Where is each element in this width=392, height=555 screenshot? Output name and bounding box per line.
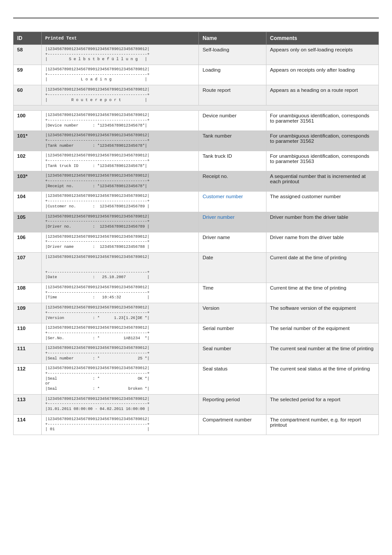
row-printed-text: |123456789012345678901234567890123456789… <box>42 212 199 232</box>
table-row: 113|123456789012345678901234567890123456… <box>14 394 379 414</box>
row-comments: The selected period for a report <box>266 394 378 414</box>
table-row: 106|123456789012345678901234567890123456… <box>14 232 379 252</box>
row-name: Serial number <box>199 323 266 344</box>
row-name: Time <box>199 283 266 303</box>
row-name: Device number <box>199 111 266 131</box>
row-comments: Driver name from the driver table <box>266 232 378 252</box>
row-comments: The current seal status at the time of p… <box>266 364 378 394</box>
row-printed-text: |123456789012345678901234567890123456789… <box>42 111 199 131</box>
row-comments: For unambiguous identification, correspo… <box>266 151 378 171</box>
table-row: 59|1234567890123456789012345678901234567… <box>14 65 379 85</box>
row-id: 104 <box>14 192 42 212</box>
table-row: 111|123456789012345678901234567890123456… <box>14 344 379 364</box>
row-name: Reporting period <box>199 394 266 414</box>
row-name: Date <box>199 252 266 283</box>
row-name: Loading <box>199 65 266 85</box>
spacer-row <box>14 105 379 111</box>
row-printed-text: |123456789012345678901234567890123456789… <box>42 323 199 344</box>
row-id: 107 <box>14 252 42 283</box>
row-id: 100 <box>14 111 42 131</box>
row-printed-text: |123456789012345678901234567890123456789… <box>42 85 199 105</box>
header-comments: Comments <box>266 32 378 45</box>
row-name: Self-loading <box>199 45 266 65</box>
table-row: 101*|12345678901234567890123456789012345… <box>14 131 379 151</box>
row-printed-text: |123456789012345678901234567890123456789… <box>42 344 199 364</box>
row-name: Seal number <box>199 344 266 364</box>
row-comments: The current seal number at the time of p… <box>266 344 378 364</box>
row-printed-text: |123456789012345678901234567890123456789… <box>42 364 199 394</box>
row-printed-text: |123456789012345678901234567890123456789… <box>42 192 199 212</box>
row-name: Route report <box>199 85 266 105</box>
row-id: 109 <box>14 303 42 323</box>
table-row: 100|123456789012345678901234567890123456… <box>14 111 379 131</box>
row-comments: Current date at the time of printing <box>266 252 378 283</box>
main-table: ID Printed Text Name Comments 58|1234567… <box>13 32 379 435</box>
row-comments: For unambiguous identification, correspo… <box>266 131 378 151</box>
row-comments: Appears as a heading on a route report <box>266 85 378 105</box>
row-comments: The serial number of the equipment <box>266 323 378 344</box>
row-comments: Driver number from the driver table <box>266 212 378 232</box>
row-id: 111 <box>14 344 42 364</box>
row-printed-text: |123456789012345678901234567890123456789… <box>42 252 199 283</box>
row-comments: Appears on receipts only after loading <box>266 65 378 85</box>
row-comments: For unambiguous identification, correspo… <box>266 111 378 131</box>
table-row: 112|123456789012345678901234567890123456… <box>14 364 379 394</box>
row-comments: A sequential number that is incremented … <box>266 171 378 192</box>
row-id: 58 <box>14 45 42 65</box>
row-id: 108 <box>14 283 42 303</box>
table-row: 109|123456789012345678901234567890123456… <box>14 303 379 323</box>
header-name: Name <box>199 32 266 45</box>
table-row: 102|123456789012345678901234567890123456… <box>14 151 379 171</box>
row-printed-text: |123456789012345678901234567890123456789… <box>42 65 199 85</box>
row-id: 60 <box>14 85 42 105</box>
header-id: ID <box>14 32 42 45</box>
row-name: Driver name <box>199 232 266 252</box>
row-id: 114 <box>14 414 42 435</box>
row-printed-text: |123456789012345678901234567890123456789… <box>42 131 199 151</box>
row-printed-text: |123456789012345678901234567890123456789… <box>42 171 199 192</box>
row-name: Seal status <box>199 364 266 394</box>
row-id: 113 <box>14 394 42 414</box>
table-row: 58|1234567890123456789012345678901234567… <box>14 45 379 65</box>
row-printed-text: |123456789012345678901234567890123456789… <box>42 394 199 414</box>
table-row: 108|123456789012345678901234567890123456… <box>14 283 379 303</box>
table-row: 104|123456789012345678901234567890123456… <box>14 192 379 212</box>
row-id: 103* <box>14 171 42 192</box>
row-comments: Current time at the time of printing <box>266 283 378 303</box>
table-row: 60|1234567890123456789012345678901234567… <box>14 85 379 105</box>
row-name: Tank truck ID <box>199 151 266 171</box>
table-row: 110|123456789012345678901234567890123456… <box>14 323 379 344</box>
table-row: 105|123456789012345678901234567890123456… <box>14 212 379 232</box>
row-printed-text: |123456789012345678901234567890123456789… <box>42 414 199 435</box>
row-id: 102 <box>14 151 42 171</box>
row-id: 112 <box>14 364 42 394</box>
row-comments: The assigned customer number <box>266 192 378 212</box>
row-name: Compartment number <box>199 414 266 435</box>
row-printed-text: |123456789012345678901234567890123456789… <box>42 45 199 65</box>
table-row: 107|123456789012345678901234567890123456… <box>14 252 379 283</box>
row-comments: Appears only on self-loading receipts <box>266 45 378 65</box>
row-comments: The software version of the equipment <box>266 303 378 323</box>
row-id: 110 <box>14 323 42 344</box>
row-id: 59 <box>14 65 42 85</box>
row-comments: The compartment number, e.g. for report … <box>266 414 378 435</box>
row-name: Customer number <box>199 192 266 212</box>
row-name: Tank number <box>199 131 266 151</box>
row-printed-text: |123456789012345678901234567890123456789… <box>42 303 199 323</box>
row-printed-text: |123456789012345678901234567890123456789… <box>42 232 199 252</box>
row-id: 101* <box>14 131 42 151</box>
row-id: 105 <box>14 212 42 232</box>
row-name: Version <box>199 303 266 323</box>
row-name: Driver number <box>199 212 266 232</box>
row-id: 106 <box>14 232 42 252</box>
row-name: Receipt no. <box>199 171 266 192</box>
row-printed-text: |123456789012345678901234567890123456789… <box>42 283 199 303</box>
table-row: 114|123456789012345678901234567890123456… <box>14 414 379 435</box>
table-row: 103*|12345678901234567890123456789012345… <box>14 171 379 192</box>
header-printed: Printed Text <box>42 32 199 45</box>
row-printed-text: |123456789012345678901234567890123456789… <box>42 151 199 171</box>
